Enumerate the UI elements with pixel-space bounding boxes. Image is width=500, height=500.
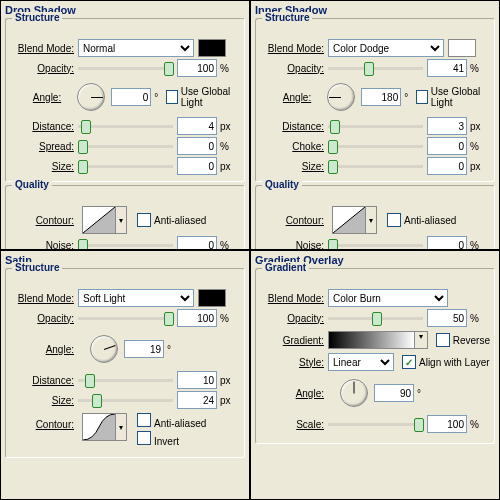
scale-slider[interactable] (328, 417, 423, 431)
size-input[interactable] (427, 157, 467, 175)
distance-input[interactable] (177, 371, 217, 389)
noise-slider[interactable] (78, 238, 173, 250)
scale-label: Scale: (260, 419, 324, 430)
opacity-label: Opacity: (10, 63, 74, 74)
choke-slider[interactable] (328, 139, 423, 153)
angle-dial[interactable] (90, 335, 118, 363)
distance-slider[interactable] (328, 119, 423, 133)
blend-mode-label: Blend Mode: (10, 293, 74, 304)
opacity-slider[interactable] (78, 311, 173, 325)
size-input[interactable] (177, 157, 217, 175)
opacity-input[interactable] (177, 309, 217, 327)
anti-aliased-label: Anti-aliased (404, 215, 456, 226)
size-label: Size: (10, 395, 74, 406)
noise-input[interactable] (427, 236, 467, 250)
reverse-checkbox[interactable] (436, 333, 450, 347)
anti-aliased-checkbox[interactable] (137, 413, 151, 427)
contour-label: Contour: (260, 215, 324, 226)
distance-label: Distance: (260, 121, 324, 132)
anti-aliased-label: Anti-aliased (154, 215, 206, 226)
opacity-input[interactable] (427, 59, 467, 77)
opacity-input[interactable] (427, 309, 467, 327)
structure: Structure Blend Mode: Color Dodge Opacit… (255, 18, 495, 182)
use-global-checkbox[interactable] (166, 90, 178, 104)
gradient-picker[interactable]: ▾ (328, 331, 428, 349)
angle-input[interactable] (361, 88, 401, 106)
distance-input[interactable] (427, 117, 467, 135)
structure: Structure Blend Mode: Normal Opacity: % … (5, 18, 245, 182)
angle-label: Angle: (10, 344, 74, 355)
contour-picker[interactable] (82, 413, 116, 441)
choke-label: Choke: (260, 141, 324, 152)
opacity-slider[interactable] (328, 61, 423, 75)
anti-aliased-checkbox[interactable] (137, 213, 151, 227)
distance-input[interactable] (177, 117, 217, 135)
use-global-checkbox[interactable] (416, 90, 428, 104)
chevron-down-icon[interactable]: ▾ (366, 206, 377, 234)
angle-input[interactable] (374, 384, 414, 402)
chevron-down-icon[interactable]: ▾ (116, 206, 127, 234)
spread-label: Spread: (10, 141, 74, 152)
align-checkbox[interactable]: ✓ (402, 355, 416, 369)
noise-slider[interactable] (328, 238, 423, 250)
distance-slider[interactable] (78, 373, 173, 387)
spread-input[interactable] (177, 137, 217, 155)
anti-aliased-checkbox[interactable] (387, 213, 401, 227)
distance-label: Distance: (10, 121, 74, 132)
color-swatch[interactable] (198, 289, 226, 307)
contour-label: Contour: (10, 413, 74, 430)
angle-input[interactable] (124, 340, 164, 358)
angle-input[interactable] (111, 88, 151, 106)
opacity-slider[interactable] (78, 61, 173, 75)
opacity-slider[interactable] (328, 311, 423, 325)
use-global-label: Use Global Light (181, 86, 240, 108)
invert-checkbox[interactable] (137, 431, 151, 445)
distance-label: Distance: (10, 375, 74, 386)
blend-mode-select[interactable]: Color Burn (328, 289, 448, 307)
angle-dial[interactable] (327, 83, 355, 111)
size-slider[interactable] (328, 159, 423, 173)
distance-slider[interactable] (78, 119, 173, 133)
angle-dial[interactable]: .dial::after{transform:rotate(var(--r))} (77, 83, 105, 111)
panel-inner-shadow: Inner Shadow Structure Blend Mode: Color… (250, 0, 500, 250)
gradient-label: Gradient: (260, 335, 324, 346)
style-select[interactable]: Linear (328, 353, 394, 371)
noise-input[interactable] (177, 236, 217, 250)
spread-slider[interactable] (78, 139, 173, 153)
opacity-label: Opacity: (260, 313, 324, 324)
style-label: Style: (260, 357, 324, 368)
color-swatch[interactable] (448, 39, 476, 57)
blend-mode-select[interactable]: Normal (78, 39, 194, 57)
noise-label: Noise: (10, 240, 74, 251)
blend-mode-label: Blend Mode: (260, 43, 324, 54)
choke-input[interactable] (427, 137, 467, 155)
size-slider[interactable] (78, 159, 173, 173)
blend-mode-select[interactable]: Soft Light (78, 289, 194, 307)
quality: Quality Contour: ▾ Anti-aliased Noise: % (255, 185, 495, 250)
angle-dial[interactable] (340, 379, 368, 407)
use-global-label: Use Global Light (431, 86, 490, 108)
section-label: Quality (262, 179, 302, 190)
contour-picker[interactable] (332, 206, 366, 234)
size-label: Size: (10, 161, 74, 172)
blend-mode-label: Blend Mode: (260, 293, 324, 304)
opacity-label: Opacity: (10, 313, 74, 324)
section-label: Structure (12, 262, 62, 273)
quality: Quality Contour: ▾ Anti-aliased Noise: % (5, 185, 245, 250)
noise-label: Noise: (260, 240, 324, 251)
angle-label: Angle: (260, 388, 324, 399)
opacity-input[interactable] (177, 59, 217, 77)
blend-mode-select[interactable]: Color Dodge (328, 39, 444, 57)
color-swatch[interactable] (198, 39, 226, 57)
size-input[interactable] (177, 391, 217, 409)
contour-picker[interactable] (82, 206, 116, 234)
chevron-down-icon[interactable]: ▾ (116, 413, 127, 441)
angle-label: Angle: (260, 92, 311, 103)
scale-input[interactable] (427, 415, 467, 433)
section-label: Quality (12, 179, 52, 190)
size-label: Size: (260, 161, 324, 172)
section-label: Structure (12, 12, 62, 23)
size-slider[interactable] (78, 393, 173, 407)
panel-satin: Satin Structure Blend Mode: Soft Light O… (0, 250, 250, 500)
reverse-label: Reverse (453, 335, 490, 346)
